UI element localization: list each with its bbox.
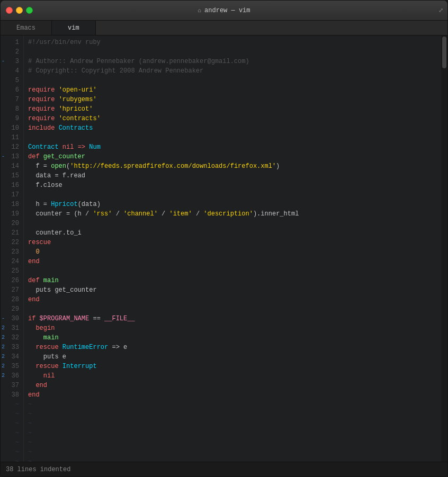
code-line-19: counter = (h / 'rss' / 'channel' / 'item… — [28, 209, 441, 219]
line-1: 1 — [1, 38, 23, 47]
line-33: 233 — [1, 343, 23, 352]
tilde-3: ~ — [1, 419, 23, 428]
code-line-30: if $PROGRAM_NAME == __FILE__ — [28, 314, 441, 323]
code-content[interactable]: #!/usr/bin/env ruby # Author:: Andrew Pe… — [24, 35, 441, 462]
tabbar: Emacs vim — [1, 21, 447, 35]
tilde-line-7: ~ — [28, 457, 441, 462]
line-14: 14 — [1, 161, 23, 171]
code-line-1: #!/usr/bin/env ruby — [28, 38, 441, 47]
line-23: 23 — [1, 247, 23, 257]
line-19: 19 — [1, 209, 23, 219]
line-13: -13 — [1, 152, 23, 161]
line-22: 22 — [1, 238, 23, 247]
line-18: 18 — [1, 200, 23, 209]
code-line-25 — [28, 266, 441, 276]
line-8: 8 — [1, 104, 23, 114]
resize-icon: ⤢ — [438, 7, 443, 14]
code-line-6: require 'open-uri' — [28, 85, 441, 95]
line-29: 29 — [1, 304, 23, 314]
code-line-17 — [28, 190, 441, 200]
line-35: 235 — [1, 362, 23, 371]
code-line-38: end — [28, 390, 441, 400]
line-38: 38 — [1, 390, 23, 400]
window-buttons — [1, 7, 33, 14]
line-6: 6 — [1, 85, 23, 95]
code-line-13: def get_counter — [28, 152, 441, 161]
line-28: 28 — [1, 295, 23, 304]
tilde-4: ~ — [1, 428, 23, 438]
line-12: 12 — [1, 142, 23, 152]
line-30: -30 — [1, 314, 23, 323]
titlebar: ⌂ andrew — vim ⤢ — [1, 1, 447, 21]
line-9: 9 — [1, 114, 23, 123]
code-line-16: f.close — [28, 181, 441, 190]
code-line-9: require 'contracts' — [28, 114, 441, 123]
tilde-line-1: ~ — [28, 400, 441, 409]
code-line-10: include Contracts — [28, 123, 441, 133]
tilde-5: ~ — [1, 438, 23, 447]
code-line-32: main — [28, 333, 441, 343]
line-11: 11 — [1, 133, 23, 142]
code-line-14: f = open('http://feeds.spreadfirefox.com… — [28, 161, 441, 171]
code-line-7: require 'rubygems' — [28, 95, 441, 104]
titlebar-title: andrew — vim — [204, 7, 250, 14]
code-line-5 — [28, 76, 441, 85]
code-line-35: rescue Interrupt — [28, 362, 441, 371]
home-icon: ⌂ — [198, 7, 201, 14]
code-line-34: puts e — [28, 352, 441, 362]
statusbar: 38 lines indented — [1, 462, 447, 476]
line-34: 234 — [1, 352, 23, 362]
tilde-line-5: ~ — [28, 438, 441, 447]
code-line-37: end — [28, 381, 441, 390]
tab-vim[interactable]: vim — [52, 21, 96, 35]
line-10: 10 — [1, 123, 23, 133]
code-line-20 — [28, 219, 441, 228]
line-31: 231 — [1, 323, 23, 333]
line-numbers: 1 2 -3 4 5 6 7 8 9 10 11 12 -13 14 15 16… — [1, 35, 24, 462]
code-line-2 — [28, 47, 441, 57]
code-line-24: end — [28, 257, 441, 266]
line-25: 25 — [1, 266, 23, 276]
code-line-21: counter.to_i — [28, 228, 441, 238]
line-36: 236 — [1, 371, 23, 381]
code-area: 1 2 -3 4 5 6 7 8 9 10 11 12 -13 14 15 16… — [1, 35, 447, 462]
code-line-36: nil — [28, 371, 441, 381]
terminal-window: ⌂ andrew — vim ⤢ Emacs vim 1 2 -3 4 5 6 … — [0, 0, 448, 477]
line-24: 24 — [1, 257, 23, 266]
tab-vim-label: vim — [68, 24, 79, 32]
minimize-button[interactable] — [16, 7, 23, 14]
code-line-3: # Author:: Andrew Pennebaker (andrew.pen… — [28, 57, 441, 66]
line-5: 5 — [1, 76, 23, 85]
tilde-7: ~ — [1, 457, 23, 462]
code-line-22: rescue — [28, 238, 441, 247]
scrollbar[interactable] — [441, 35, 447, 462]
tilde-line-2: ~ — [28, 409, 441, 419]
scrollbar-thumb[interactable] — [442, 37, 446, 68]
line-37: 37 — [1, 381, 23, 390]
line-15: 15 — [1, 171, 23, 181]
line-21: 21 — [1, 228, 23, 238]
code-line-29 — [28, 304, 441, 314]
code-line-4: # Copyright:: Copyright 2008 Andrew Penn… — [28, 66, 441, 76]
line-20: 20 — [1, 219, 23, 228]
tilde-6: ~ — [1, 447, 23, 457]
code-line-15: data = f.read — [28, 171, 441, 181]
line-2: 2 — [1, 47, 23, 57]
tab-emacs[interactable]: Emacs — [1, 21, 52, 35]
line-32: 232 — [1, 333, 23, 343]
maximize-button[interactable] — [26, 7, 33, 14]
tilde-line-4: ~ — [28, 428, 441, 438]
code-line-23: 0 — [28, 247, 441, 257]
tilde-1: ~ — [1, 400, 23, 409]
line-26: 26 — [1, 276, 23, 285]
tab-emacs-label: Emacs — [16, 24, 35, 32]
tilde-line-6: ~ — [28, 447, 441, 457]
tilde-2: ~ — [1, 409, 23, 419]
close-button[interactable] — [6, 7, 13, 14]
titlebar-center: ⌂ andrew — vim — [1, 7, 447, 14]
line-16: 16 — [1, 181, 23, 190]
line-3: -3 — [1, 57, 23, 66]
code-line-18: h = Hpricot(data) — [28, 200, 441, 209]
code-line-8: require 'hpricot' — [28, 104, 441, 114]
line-4: 4 — [1, 66, 23, 76]
